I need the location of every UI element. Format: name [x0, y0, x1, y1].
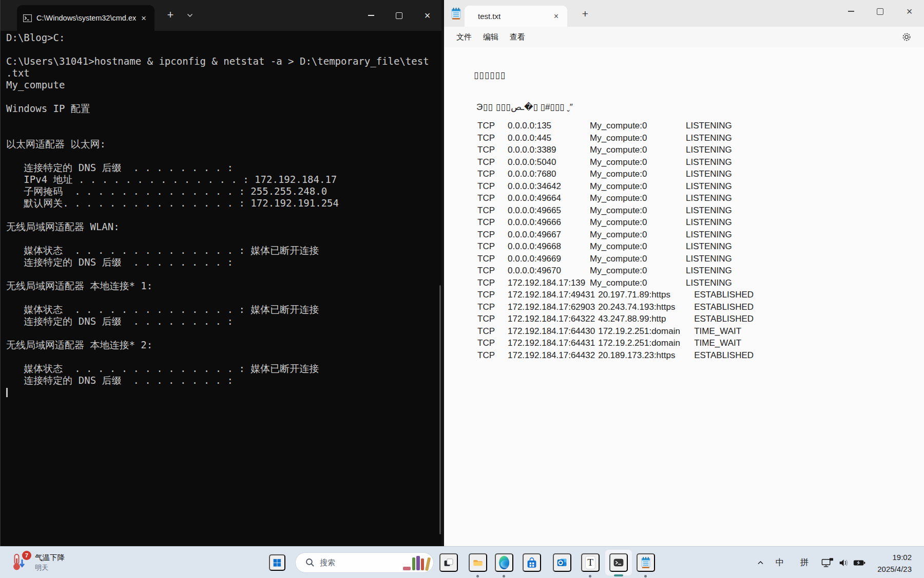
netstat-state: LISTENING [686, 240, 732, 253]
terminal-titlebar: C:\Windows\system32\cmd.ex × + × [1, 0, 441, 31]
netstat-proto: TCP [477, 216, 508, 229]
close-button[interactable]: × [895, 0, 924, 23]
outlook-button[interactable] [553, 553, 571, 572]
netstat-foreign: My_compute:0 [590, 168, 686, 180]
t-letter-icon: T [585, 556, 595, 569]
netstat-proto: TCP [477, 265, 508, 277]
netstat-proto: TCP [477, 253, 508, 265]
netstat-local: 0.0.0.0:49667 [508, 229, 590, 241]
tab-close-icon[interactable]: × [138, 13, 149, 24]
netstat-foreign: My_compute:0 [590, 240, 686, 253]
netstat-local: 0.0.0.0:3389 [508, 144, 590, 156]
minimize-icon [368, 15, 374, 16]
netstat-state: LISTENING [686, 192, 732, 204]
netstat-state: LISTENING [686, 132, 732, 144]
netstat-state: LISTENING [686, 156, 732, 169]
netstat-proto: TCP [477, 301, 508, 313]
minimize-button[interactable] [836, 0, 865, 23]
maximize-button[interactable] [865, 0, 895, 23]
netstat-proto: TCP [477, 325, 508, 338]
netstat-local: 0.0.0.0:5040 [508, 156, 590, 169]
netstat-foreign: My_compute:0 [590, 229, 686, 241]
new-tab-button[interactable]: + [576, 7, 594, 22]
netstat-row: TCP0.0.0.0:49667My_compute:0LISTENING [477, 229, 754, 241]
notepad-taskbar-button[interactable] [637, 553, 655, 572]
active-app-indicator [614, 574, 623, 576]
netstat-foreign: My_compute:0 [590, 144, 686, 156]
close-button[interactable]: × [413, 0, 441, 31]
terminal-output: D:\Blog>C: C:\Users\31041>hostname & ipc… [1, 31, 429, 386]
netstat-state: LISTENING [686, 253, 732, 265]
tab-dropdown-button[interactable] [181, 7, 199, 24]
task-view-icon [444, 556, 454, 569]
netstat-proto: TCP [477, 240, 508, 253]
close-icon: × [907, 6, 913, 16]
ime-mode-indicator[interactable]: 拼 [796, 547, 813, 578]
typora-button[interactable]: T [581, 553, 600, 572]
netstat-foreign: My_compute:0 [590, 277, 686, 289]
minimize-button[interactable] [357, 0, 385, 31]
maximize-button[interactable] [385, 0, 413, 31]
weather-title: 气温下降 [35, 553, 65, 563]
new-tab-button[interactable]: + [162, 7, 179, 24]
netstat-state: LISTENING [686, 204, 732, 217]
search-box[interactable]: 搜索 [295, 552, 434, 573]
ime-language-indicator[interactable]: 中 [771, 547, 788, 578]
clock[interactable]: 19:02 2025/4/23 [858, 551, 915, 575]
netstat-proto: TCP [477, 289, 508, 301]
menu-file[interactable]: 文件 [451, 29, 477, 46]
netstat-state: LISTENING [686, 265, 732, 277]
windows-logo-icon [273, 556, 281, 569]
task-view-button[interactable] [439, 553, 458, 572]
weather-widget[interactable]: 7 气温下降 明天 [3, 548, 85, 576]
menu-edit[interactable]: 编辑 [477, 29, 504, 46]
settings-gear-icon[interactable] [900, 31, 913, 43]
netstat-state: TIME_WAIT [694, 337, 741, 349]
outlook-icon [557, 556, 567, 569]
minimize-icon [848, 11, 854, 11]
notepad-tab[interactable]: test.txt × [465, 6, 567, 27]
hidden-icons-button[interactable] [753, 547, 768, 578]
network-icon [821, 557, 834, 568]
notepad-tabbar: test.txt × + × [444, 0, 924, 27]
netstat-proto: TCP [477, 156, 508, 169]
notepad-window: test.txt × + × 文件 编辑 查看 ▯▯▯▯▯▯ Э▯▯ ▯▯▯ـص… [444, 0, 924, 546]
netstat-foreign: My_compute:0 [590, 265, 686, 277]
netstat-row: TCP172.192.184.17:6443220.189.173.23:htt… [477, 349, 754, 362]
network-tray-button[interactable] [818, 547, 837, 578]
netstat-local: 0.0.0.0:49666 [508, 216, 590, 229]
netstat-state: LISTENING [686, 229, 732, 241]
netstat-foreign: My_compute:0 [590, 216, 686, 229]
terminal-tab[interactable]: C:\Windows\system32\cmd.ex × [17, 5, 155, 31]
netstat-state: LISTENING [686, 277, 732, 289]
netstat-foreign: My_compute:0 [590, 192, 686, 204]
taskbar: 7 气温下降 明天 搜索 [0, 546, 924, 578]
search-placeholder: 搜索 [320, 558, 335, 568]
notepad-content[interactable]: ▯▯▯▯▯▯ Э▯▯ ▯▯▯ـص�▯ ▯#▯▯▯ ˬ″ TCP0.0.0.0:1… [444, 47, 924, 546]
netstat-proto: TCP [477, 204, 508, 217]
garbled-header-line: Э▯▯ ▯▯▯ـص�▯ ▯#▯▯▯ ˬ″ [476, 102, 573, 113]
search-icon [305, 558, 315, 567]
netstat-row: TCP172.192.184.17:139My_compute:0LISTENI… [477, 277, 754, 289]
terminal-scrollbar[interactable] [439, 285, 441, 534]
netstat-state: ESTABLISHED [694, 349, 754, 362]
running-indicator [476, 575, 479, 577]
windows-terminal-button[interactable] [609, 553, 628, 572]
netstat-row: TCP0.0.0.0:34642My_compute:0LISTENING [477, 180, 754, 193]
running-indicator [644, 575, 647, 577]
netstat-local: 172.192.184.17:64432 [508, 349, 598, 362]
file-explorer-button[interactable] [469, 553, 487, 572]
chevron-down-icon [187, 13, 193, 17]
tray-date: 2025/4/23 [861, 563, 912, 575]
menu-view[interactable]: 查看 [504, 29, 531, 46]
netstat-row: TCP0.0.0.0:3389My_compute:0LISTENING [477, 144, 754, 156]
tab-close-icon[interactable]: × [550, 11, 562, 22]
microsoft-store-button[interactable] [523, 553, 541, 572]
edge-browser-button[interactable] [495, 553, 513, 572]
netstat-row: TCP172.192.184.17:64431172.19.2.251:doma… [477, 337, 754, 349]
notepad-menubar: 文件 编辑 查看 [444, 27, 924, 47]
netstat-row: TCP172.192.184.17:4943120.197.71.89:http… [477, 289, 754, 301]
netstat-local: 172.192.184.17:64430 [508, 325, 598, 338]
start-button[interactable] [269, 554, 285, 571]
netstat-foreign: 172.19.2.251:domain [598, 337, 694, 349]
